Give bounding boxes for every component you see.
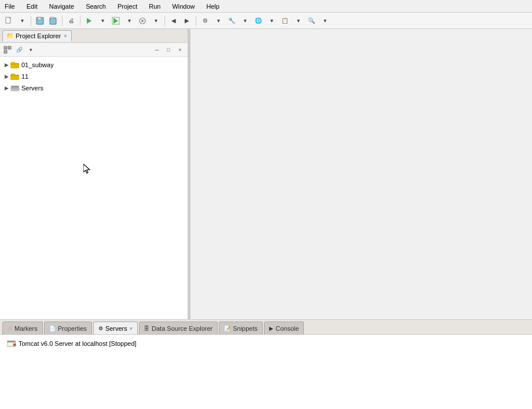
misc-dropdown5[interactable]: ▾ bbox=[318, 14, 331, 27]
menu-file[interactable]: File bbox=[2, 2, 17, 11]
tab-markers[interactable]: ⚠ Markers bbox=[2, 322, 43, 334]
menu-run[interactable]: Run bbox=[146, 2, 163, 11]
svg-rect-12 bbox=[8, 46, 11, 49]
bottom-panel: ⚠ Markers 📄 Properties ⚙ Servers × 🗄 bbox=[0, 319, 532, 409]
minimize-button[interactable]: ─ bbox=[152, 45, 162, 55]
misc-btn5[interactable]: 🔍 bbox=[305, 14, 318, 27]
servers-content: Tomcat v6.0 Server at localhost [Stopped… bbox=[0, 335, 532, 409]
svg-rect-3 bbox=[38, 17, 41, 20]
sep-3 bbox=[80, 16, 80, 26]
misc-btn2[interactable]: 🔧 bbox=[225, 14, 238, 27]
svg-rect-16 bbox=[11, 62, 15, 64]
run-dropdown[interactable]: ▾ bbox=[96, 14, 109, 27]
left-panel-tab-bar: 📁 Project Explorer × bbox=[0, 29, 188, 43]
maximize-button[interactable]: □ bbox=[163, 45, 174, 55]
print-button[interactable]: 🖨 bbox=[65, 14, 78, 27]
misc-btn4[interactable]: 📋 bbox=[278, 14, 291, 27]
editor-area bbox=[190, 29, 532, 319]
forward-button[interactable]: ▶ bbox=[181, 14, 193, 27]
server-item-icon bbox=[7, 339, 16, 348]
tree-item-11[interactable]: ▶ 11 bbox=[0, 71, 188, 82]
menu-window[interactable]: Window bbox=[170, 2, 197, 11]
toolbar-group-nav: ◀ ▶ bbox=[167, 14, 193, 27]
label-servers: Servers bbox=[21, 85, 43, 92]
tab-markers-label: Markers bbox=[14, 325, 38, 332]
view-menu-button[interactable]: ▾ bbox=[25, 45, 36, 55]
sep-1 bbox=[31, 16, 31, 26]
misc-dropdown1[interactable]: ▾ bbox=[212, 14, 225, 27]
label-11: 11 bbox=[21, 73, 28, 80]
misc-dropdown2[interactable]: ▾ bbox=[239, 14, 251, 27]
debug-button[interactable] bbox=[109, 14, 122, 27]
sep-5 bbox=[196, 16, 196, 26]
misc-btn1[interactable]: ⚙ bbox=[199, 14, 211, 27]
tree-item-01subway[interactable]: ▶ 01_subway bbox=[0, 59, 188, 71]
server-list-item[interactable]: Tomcat v6.0 Server at localhost [Stopped… bbox=[5, 337, 527, 350]
markers-icon: ⚠ bbox=[8, 326, 12, 331]
close-panel-button[interactable]: × bbox=[175, 45, 185, 55]
icon-01subway bbox=[10, 60, 20, 70]
toolbar-group-1: ▾ bbox=[2, 14, 28, 27]
tab-properties[interactable]: 📄 Properties bbox=[44, 322, 92, 334]
toolbar-group-run: ▾ ▾ ▾ bbox=[83, 14, 162, 27]
svg-rect-19 bbox=[11, 74, 15, 75]
expander-servers[interactable]: ▶ bbox=[2, 84, 10, 92]
tab-snippets-label: Snippets bbox=[233, 325, 258, 332]
menu-edit[interactable]: Edit bbox=[24, 2, 40, 11]
save-button[interactable] bbox=[34, 14, 46, 27]
svg-rect-22 bbox=[12, 88, 19, 89]
debug-dropdown[interactable]: ▾ bbox=[123, 14, 135, 27]
left-panel: 📁 Project Explorer × 🔗 ▾ ─ □ × bbox=[0, 29, 188, 319]
svg-marker-6 bbox=[87, 18, 91, 24]
servers-tab-icon: ⚙ bbox=[98, 326, 103, 331]
servers-tab-close[interactable]: × bbox=[130, 326, 133, 331]
svg-point-26 bbox=[13, 344, 16, 346]
project-explorer-tab[interactable]: 📁 Project Explorer × bbox=[2, 30, 72, 42]
new-button[interactable] bbox=[2, 14, 15, 27]
tab-datasource[interactable]: 🗄 Data Source Explorer bbox=[139, 322, 218, 334]
project-explorer-close[interactable]: × bbox=[63, 33, 67, 39]
tab-console[interactable]: ▶ Console bbox=[264, 322, 304, 334]
tab-datasource-label: Data Source Explorer bbox=[152, 325, 212, 332]
label-01subway: 01_subway bbox=[21, 61, 54, 68]
misc-dropdown4[interactable]: ▾ bbox=[292, 14, 304, 27]
expander-11[interactable]: ▶ bbox=[2, 72, 10, 81]
svg-rect-13 bbox=[4, 50, 7, 53]
bottom-tab-bar: ⚠ Markers 📄 Properties ⚙ Servers × 🗄 bbox=[0, 320, 532, 335]
menu-project[interactable]: Project bbox=[115, 2, 140, 11]
project-tree[interactable]: ▶ 01_subway ▶ bbox=[0, 57, 188, 319]
back-button[interactable]: ◀ bbox=[167, 14, 180, 27]
toolbar-group-misc: ⚙ ▾ 🔧 ▾ 🌐 ▾ 📋 ▾ 🔍 ▾ bbox=[199, 14, 331, 27]
link-with-editor-button[interactable]: 🔗 bbox=[14, 45, 24, 55]
left-panel-toolbar: 🔗 ▾ ─ □ × bbox=[0, 43, 188, 57]
new-dropdown[interactable]: ▾ bbox=[16, 14, 28, 27]
menu-navigate[interactable]: Navigate bbox=[47, 2, 76, 11]
icon-servers bbox=[10, 83, 20, 93]
save-all-button[interactable] bbox=[47, 14, 60, 27]
ext-dropdown[interactable]: ▾ bbox=[149, 14, 162, 27]
toolbar-group-2 bbox=[34, 14, 60, 27]
properties-icon: 📄 bbox=[49, 326, 56, 331]
menu-help[interactable]: Help bbox=[204, 2, 222, 11]
tab-properties-label: Properties bbox=[58, 325, 87, 332]
misc-btn3[interactable]: 🌐 bbox=[252, 14, 265, 27]
tree-item-servers[interactable]: ▶ Servers bbox=[0, 82, 188, 94]
collapse-all-button[interactable] bbox=[2, 45, 13, 55]
menu-search[interactable]: Search bbox=[83, 2, 108, 11]
ext-tools-button[interactable] bbox=[136, 14, 149, 27]
svg-rect-11 bbox=[4, 46, 7, 49]
project-explorer-tab-label: Project Explorer bbox=[16, 32, 61, 39]
svg-marker-7 bbox=[113, 18, 118, 24]
svg-rect-4 bbox=[50, 18, 56, 24]
console-icon: ▶ bbox=[269, 326, 273, 331]
svg-rect-21 bbox=[12, 86, 19, 87]
expander-01subway[interactable]: ▶ bbox=[2, 61, 10, 69]
toolbar-group-3: 🖨 bbox=[65, 14, 78, 27]
tab-snippets[interactable]: 📝 Snippets bbox=[219, 322, 263, 334]
sep-2 bbox=[62, 16, 63, 26]
tab-servers[interactable]: ⚙ Servers × bbox=[93, 322, 138, 334]
tab-console-label: Console bbox=[276, 325, 299, 332]
server-item-label: Tomcat v6.0 Server at localhost [Stopped… bbox=[19, 340, 137, 347]
misc-dropdown3[interactable]: ▾ bbox=[265, 14, 278, 27]
run-button[interactable] bbox=[83, 14, 96, 27]
